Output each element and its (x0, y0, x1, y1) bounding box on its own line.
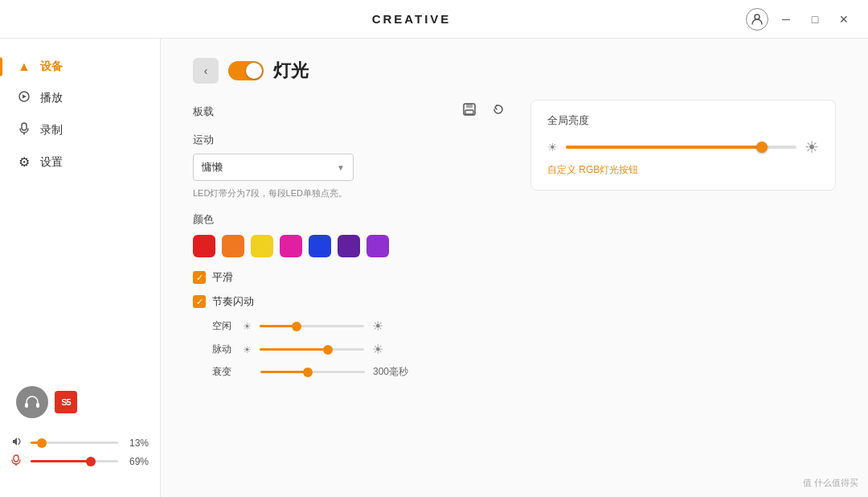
idle-sun-min-icon: ☀ (243, 321, 252, 332)
colors-label: 颜色 (193, 212, 511, 227)
brightness-slider-row: ☀ ☀ (547, 138, 819, 157)
mic-volume-row: 69% (11, 454, 149, 468)
title-bar-right: ─ □ ✕ (746, 8, 855, 31)
idle-row: 空闲 ☀ ☀ (212, 318, 511, 334)
app-title: CREATIVE (372, 12, 452, 26)
motion-section: 运动 慵懒 ▼ LED灯带分为7段，每段LED单独点亮。 (193, 133, 511, 199)
sidebar-item-settings-label: 设置 (40, 155, 63, 170)
save-button[interactable] (457, 100, 482, 123)
motion-hint: LED灯带分为7段，每段LED单独点亮。 (193, 187, 511, 199)
content-area: ‹ 灯光 板载 (161, 39, 868, 497)
smooth-label: 平滑 (212, 270, 233, 285)
fade-label: 衰变 (212, 365, 235, 379)
svg-rect-5 (36, 403, 39, 408)
pulse-sun-min-icon: ☀ (243, 344, 252, 355)
lighting-toggle[interactable] (228, 61, 264, 80)
idle-slider-track[interactable] (260, 325, 364, 327)
sidebar: ▲ 设备 播放 录制 ⚙ 设置 (0, 39, 161, 497)
swatch-orange[interactable] (222, 235, 244, 257)
rhythm-label: 节奏闪动 (212, 294, 254, 309)
rhythm-checkbox[interactable]: ✓ (193, 295, 206, 308)
device-icon: ▲ (16, 60, 32, 74)
minimize-button[interactable]: ─ (775, 8, 797, 31)
record-icon (16, 122, 32, 138)
svg-rect-6 (14, 455, 18, 462)
brightness-thumb (756, 142, 768, 153)
maximize-button[interactable]: □ (804, 8, 826, 31)
reset-button[interactable] (485, 100, 511, 123)
pulse-label: 脉动 (212, 343, 235, 356)
custom-rgb-link[interactable]: 自定义 RGB灯光按钮 (547, 163, 638, 177)
close-button[interactable]: ✕ (833, 8, 855, 31)
sidebar-item-playback-label: 播放 (40, 91, 63, 105)
speaker-volume-row: 13% (11, 436, 149, 450)
pulse-row: 脉动 ☀ ☀ (212, 342, 511, 357)
speaker-volume-pct: 13% (125, 437, 149, 449)
svg-rect-2 (22, 123, 27, 130)
volume-controls: 13% 69% (0, 431, 160, 484)
sidebar-item-device[interactable]: ▲ 设备 (0, 51, 160, 82)
sidebar-item-record[interactable]: 录制 (0, 114, 160, 146)
page-title: 灯光 (273, 59, 309, 83)
title-bar: CREATIVE ─ □ ✕ (0, 0, 868, 39)
smooth-check-icon: ✓ (196, 273, 203, 283)
brightness-fill (566, 146, 762, 149)
pulse-slider-thumb (323, 345, 333, 355)
swatch-pink[interactable] (280, 235, 302, 257)
main-layout: ▲ 设备 播放 录制 ⚙ 设置 (0, 39, 868, 497)
sidebar-item-record-label: 录制 (40, 123, 63, 138)
global-brightness-label: 全局亮度 (547, 113, 819, 128)
content-two-col: 板载 (193, 100, 836, 387)
idle-slider-thumb (292, 322, 301, 331)
sidebar-device-area: S5 (0, 373, 160, 431)
pulse-slider-fill (260, 348, 328, 351)
device-red-icon: S5 (55, 391, 77, 413)
global-brightness-box: 全局亮度 ☀ ☀ 自定义 RGB灯光按钮 (530, 100, 836, 191)
mic-volume-pct: 69% (125, 456, 149, 467)
swatch-purple[interactable] (338, 235, 360, 257)
dropdown-arrow-icon: ▼ (337, 163, 345, 172)
svg-point-0 (755, 14, 760, 19)
board-actions (457, 100, 511, 123)
account-icon[interactable] (746, 8, 768, 31)
pulse-slider-track[interactable] (260, 348, 364, 351)
swatch-blue[interactable] (309, 235, 331, 257)
sidebar-item-settings[interactable]: ⚙ 设置 (0, 146, 160, 178)
mic-slider-track[interactable] (31, 460, 118, 462)
headphone-icon (16, 386, 48, 418)
speaker-slider-track[interactable] (31, 442, 118, 444)
svg-rect-10 (465, 110, 473, 114)
fade-slider-track[interactable] (260, 371, 365, 373)
motion-dropdown-value: 慵懒 (202, 160, 223, 175)
swatch-red[interactable] (193, 235, 215, 257)
swatch-violet[interactable] (366, 235, 389, 257)
left-panel: 板载 (193, 100, 511, 387)
mic-slider-fill (31, 460, 91, 462)
fade-value: 300毫秒 (373, 365, 421, 379)
rhythm-sliders: 空闲 ☀ ☀ 脉动 ☀ (212, 318, 511, 379)
smooth-row: ✓ 平滑 (193, 270, 511, 285)
rhythm-check-icon: ✓ (196, 297, 203, 307)
board-label: 板载 (193, 105, 214, 119)
watermark: 值 什么值得买 (803, 477, 858, 489)
mic-icon (11, 454, 24, 468)
pulse-sun-max-icon: ☀ (372, 342, 383, 357)
smooth-checkbox[interactable]: ✓ (193, 271, 206, 284)
board-section-header: 板载 (193, 100, 511, 123)
idle-sun-max-icon: ☀ (372, 318, 383, 334)
motion-dropdown[interactable]: 慵懒 ▼ (193, 154, 354, 181)
rhythm-row: ✓ 节奏闪动 (193, 294, 511, 309)
brightness-min-icon: ☀ (547, 141, 558, 154)
fade-slider-thumb (303, 368, 313, 377)
colors-section: 颜色 (193, 212, 511, 257)
mic-slider-thumb (86, 457, 96, 466)
svg-rect-4 (25, 403, 28, 408)
playback-icon (16, 90, 32, 106)
sidebar-item-playback[interactable]: 播放 (0, 82, 160, 114)
back-button[interactable]: ‹ (193, 58, 219, 84)
brightness-track[interactable] (566, 146, 796, 149)
swatch-yellow[interactable] (251, 235, 273, 257)
speaker-icon (11, 436, 24, 450)
page-header: ‹ 灯光 (193, 58, 836, 84)
idle-label: 空闲 (212, 319, 235, 333)
